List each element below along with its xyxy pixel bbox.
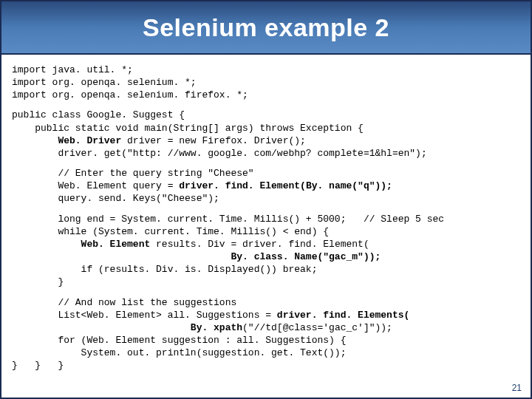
bold-findelements: driver. find. Elements( xyxy=(277,310,409,321)
import-lines: import java. util. *; import org. openqa… xyxy=(12,64,522,101)
suggest-a: // And now list the suggestions List<Web… xyxy=(12,297,277,321)
bold-findelement: driver. find. Element(By. name("q")); xyxy=(179,180,392,191)
bold-webelement: Web. Element xyxy=(12,239,150,250)
page-number: 21 xyxy=(512,383,522,393)
suggest-line: // And now list the suggestions List<Web… xyxy=(12,296,522,321)
cheese-sendkeys: query. send. Keys("Cheese"); xyxy=(12,192,522,205)
slide-title: Selenium example 2 xyxy=(143,13,389,42)
class-open: public class Google. Suggest { public st… xyxy=(12,109,522,134)
loop-element: Web. Element results. Div = driver. find… xyxy=(12,238,522,250)
main-code: public class Google. Suggest { public st… xyxy=(12,109,522,160)
suggest-xpath: By. xpath("//td[@class='gac_c']")); for … xyxy=(12,321,522,372)
loop-open: long end = System. current. Time. Millis… xyxy=(12,213,522,238)
driver-line: Web. Driver driver = new Firefox. Driver… xyxy=(12,134,522,160)
loop-byclass: By. class. Name("gac_m")); xyxy=(12,250,522,263)
cheese-line: // Enter the query string "Cheese" Web. … xyxy=(12,167,522,192)
slide-container: Selenium example 2 import java. util. *;… xyxy=(0,0,532,399)
suggest-block: // And now list the suggestions List<Web… xyxy=(12,296,522,372)
loop-close: if (results. Div. is. Displayed()) break… xyxy=(12,263,522,288)
loop-c: results. Div = driver. find. Element( xyxy=(150,239,369,250)
cheese-block: // Enter the query string "Cheese" Web. … xyxy=(12,167,522,205)
bold-webdriver: Web. Driver xyxy=(12,135,121,146)
loop-block: long end = System. current. Time. Millis… xyxy=(12,213,522,289)
bold-byclassname: By. class. Name("gac_m")); xyxy=(12,251,381,262)
title-bar: Selenium example 2 xyxy=(1,1,531,55)
code-block: import java. util. *; import org. openqa… xyxy=(1,55,531,385)
bold-byxpath: By. xpath xyxy=(12,322,242,333)
